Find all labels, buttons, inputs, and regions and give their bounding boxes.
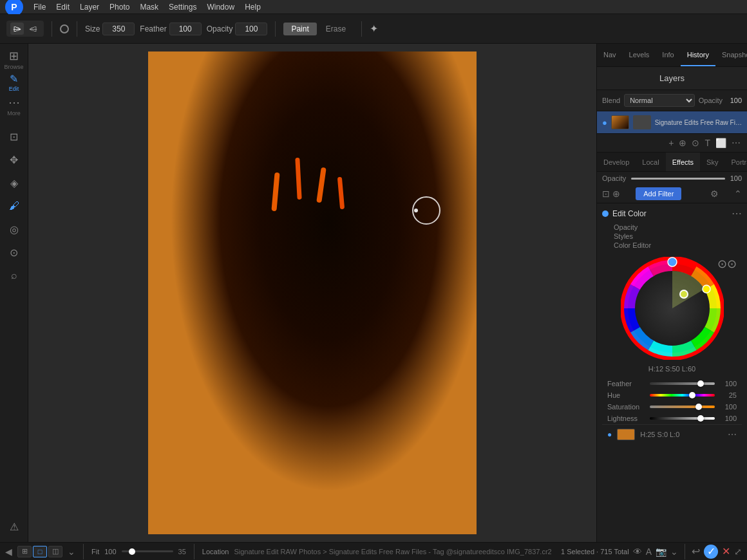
location-label: Location: [202, 548, 229, 555]
compare-view-btn[interactable]: ◫: [48, 546, 62, 557]
selected-text: 1 Selected · 715 Total: [561, 548, 629, 555]
star-tool-button[interactable]: ✦: [370, 23, 378, 35]
sidebar-tool-more[interactable]: ⋯ More: [4, 95, 24, 116]
right-panel: Nav Levels Info History Snapshots Layers…: [596, 44, 747, 542]
sidebar-tool-picker[interactable]: ◈: [4, 173, 24, 193]
add-filter-button[interactable]: Add Filter: [636, 187, 681, 200]
sidebar-tool-search[interactable]: ⌕: [4, 265, 24, 286]
edit-color-opacity[interactable]: Opacity: [614, 223, 742, 231]
zoom-slider[interactable]: [122, 550, 173, 552]
paint-button[interactable]: Paint: [283, 23, 316, 35]
feather-slider-thumb[interactable]: [697, 380, 704, 387]
sidebar-tool-browse[interactable]: ⊞ Browse: [4, 49, 24, 70]
color-indicator[interactable]: [60, 24, 69, 33]
tab-history[interactable]: History: [681, 44, 715, 66]
undo-button[interactable]: ↩: [692, 545, 700, 557]
saturation-slider-thumb[interactable]: [695, 404, 702, 410]
tab-local[interactable]: Local: [636, 153, 665, 171]
sidebar-tool-crop[interactable]: ⊡: [4, 126, 24, 147]
text-btn[interactable]: A: [646, 546, 652, 557]
hue-slider-thumb[interactable]: [689, 392, 695, 398]
brush-tool-1[interactable]: ⌲: [10, 23, 24, 35]
menu-mask[interactable]: Mask: [140, 3, 158, 12]
filter-btn-1[interactable]: ⊡: [602, 189, 610, 199]
more-layer-btn[interactable]: ⋯: [730, 136, 742, 149]
add-layer-btn[interactable]: +: [667, 136, 675, 149]
tab-levels[interactable]: Levels: [623, 44, 656, 66]
done-button[interactable]: ✓: [704, 545, 718, 559]
filter-chevron-btn[interactable]: ⌃: [734, 189, 742, 199]
menu-photo[interactable]: Photo: [109, 3, 129, 12]
sidebar-tool-heal[interactable]: ◎: [4, 219, 24, 239]
chevron-down-icon[interactable]: ⌄: [68, 546, 75, 557]
effects-opacity-track[interactable]: [631, 178, 724, 180]
saturation-slider-track[interactable]: [650, 406, 715, 408]
edit-color-menu-btn[interactable]: ⋯: [732, 207, 742, 219]
layer-eye-icon[interactable]: ●: [602, 118, 607, 127]
fullscreen-button[interactable]: ⤢: [734, 546, 742, 557]
color-swatch[interactable]: [617, 429, 635, 440]
tab-info[interactable]: Info: [656, 44, 680, 66]
saturation-slider-row: Saturation 100: [602, 401, 742, 413]
sidebar-tool-transform[interactable]: ✥: [4, 149, 24, 170]
wheel-tools-icon[interactable]: ⊙⊙: [717, 257, 737, 271]
tab-portrait[interactable]: Portrait: [724, 153, 747, 171]
blend-opacity-row: Blend Normal Multiply Screen Opacity 100: [597, 90, 747, 111]
menu-file[interactable]: File: [33, 3, 46, 12]
color-wheel[interactable]: [621, 257, 724, 360]
status-sep-2: [194, 544, 194, 559]
tab-sky[interactable]: Sky: [700, 153, 724, 171]
main-area: ⊞ Browse ✎ Edit ⋯ More ⊡ ✥ ◈ 🖌 ◎ ⊙: [0, 44, 747, 542]
single-view-btn[interactable]: □: [33, 546, 47, 557]
swatch-menu-btn[interactable]: ⋯: [728, 429, 737, 440]
eye-btn[interactable]: 👁: [633, 546, 642, 557]
blend-select[interactable]: Normal Multiply Screen: [624, 94, 695, 107]
expand-icon[interactable]: ⌄: [670, 546, 678, 557]
opacity-value[interactable]: 100: [235, 23, 267, 35]
size-value[interactable]: 350: [102, 23, 135, 35]
zoom-slider-thumb[interactable]: [129, 548, 135, 555]
swatch-eye-icon[interactable]: ●: [607, 430, 612, 439]
lightness-slider-thumb[interactable]: [697, 415, 704, 422]
hue-slider-track[interactable]: [650, 394, 715, 397]
tab-develop[interactable]: Develop: [597, 153, 636, 171]
erase-button[interactable]: Erase: [318, 23, 354, 35]
brush-tool-2[interactable]: ⌲: [26, 23, 40, 35]
layer-item[interactable]: ● Signature Edits Free Raw Files - Tag @…: [597, 111, 747, 134]
edit-color-editor[interactable]: Color Editor: [614, 241, 742, 249]
color-swatch-row: ● H:25 S:0 L:0 ⋯: [602, 424, 742, 444]
copy-layer-btn[interactable]: ⊕: [677, 136, 688, 149]
more-icon: ⋯: [8, 95, 20, 109]
edit-color-styles[interactable]: Styles: [614, 232, 742, 240]
browse-label: Browse: [4, 64, 23, 70]
menu-layer[interactable]: Layer: [80, 3, 99, 12]
canvas-area[interactable]: [28, 44, 596, 542]
text-layer-btn[interactable]: T: [703, 136, 712, 149]
menu-edit[interactable]: Edit: [56, 3, 70, 12]
menu-settings[interactable]: Settings: [169, 3, 196, 12]
tab-nav[interactable]: Nav: [597, 44, 623, 66]
menu-help[interactable]: Help: [245, 3, 261, 12]
feather-value[interactable]: 100: [169, 23, 202, 35]
sidebar-tool-stamp[interactable]: ⊙: [4, 242, 24, 263]
sidebar-tool-bottom[interactable]: ⚠: [4, 516, 24, 537]
sidebar-tool-paint[interactable]: 🖌: [4, 196, 24, 216]
feather-slider-track[interactable]: [650, 382, 715, 385]
hue-slider-row: Hue 25: [602, 389, 742, 401]
camera-btn[interactable]: 📷: [656, 546, 667, 557]
filter-btn-2[interactable]: ⊕: [612, 189, 620, 199]
toolbar: ⌲ ⌲ Size 350 Feather 100 Opacity 100 Pai…: [0, 14, 747, 44]
status-left-btn[interactable]: ◀: [5, 546, 12, 557]
mask-layer-btn[interactable]: ⊙: [690, 136, 701, 149]
shape-layer-btn[interactable]: ⬜: [714, 136, 728, 149]
tab-effects[interactable]: Effects: [666, 153, 700, 171]
top-tabs: Nav Levels Info History Snapshots: [597, 44, 747, 67]
lightness-slider-track[interactable]: [650, 417, 715, 420]
tab-snapshots[interactable]: Snapshots: [715, 44, 747, 66]
grid-view-btn[interactable]: ⊞: [17, 546, 32, 557]
sidebar-tool-edit[interactable]: ✎ Edit: [4, 72, 24, 93]
menu-window[interactable]: Window: [207, 3, 234, 12]
more-label: More: [7, 110, 21, 117]
cancel-button[interactable]: ✕: [722, 545, 730, 557]
filter-settings-btn[interactable]: ⚙: [710, 189, 719, 199]
